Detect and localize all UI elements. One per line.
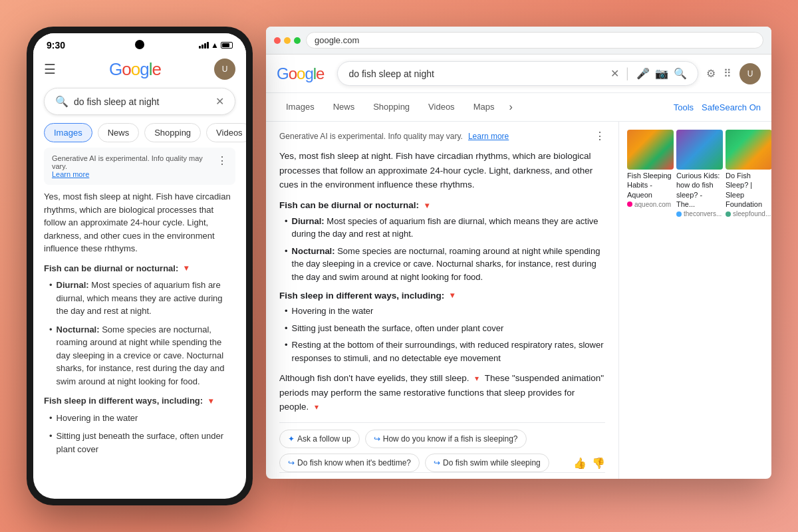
lte-icon: ▲ <box>211 41 219 50</box>
arrow-icon-2: ↪ <box>288 458 295 467</box>
tab-shopping-desktop[interactable]: Shopping <box>364 98 419 117</box>
chevron-section3-desktop[interactable]: ▾ <box>471 374 482 384</box>
search-bar-phone[interactable]: 🔍 do fish sleep at night ✕ <box>44 88 235 115</box>
sidebar-img-fish-sleeping <box>627 130 674 170</box>
results-area: Generative AI is experimental. Info qual… <box>266 122 618 479</box>
tab-videos-desktop[interactable]: Videos <box>419 98 464 117</box>
source-dot-3 <box>726 211 731 217</box>
sidebar-img-item-2[interactable]: Curious Kids: how do fish sleep? - The..… <box>676 130 723 217</box>
bullet-list-s1-desktop: • Diurnal: Most species of aquarium fish… <box>285 215 605 284</box>
ai-notice-text-phone: Generative AI is experimental. Info qual… <box>52 154 203 170</box>
user-avatar-phone[interactable]: U <box>214 59 235 80</box>
search-icon-phone: 🔍 <box>55 95 68 108</box>
lens-icon[interactable]: 📷 <box>655 67 668 80</box>
more-options-phone[interactable]: ⋮ <box>217 154 227 167</box>
safesearch-label[interactable]: SafeSearch On <box>702 102 761 112</box>
tab-images-phone[interactable]: Images <box>44 123 92 142</box>
phone-screen: 9:30 ▲ ☰ Googl <box>33 33 246 499</box>
arrow-icon-3: ↪ <box>434 458 440 467</box>
ai-answer-phone: Yes, most fish sleep at night. Fish have… <box>33 190 246 461</box>
chip-swim-sleeping[interactable]: ↪ Do fish swim while sleeping <box>425 454 549 472</box>
tools-button[interactable]: Tools <box>674 102 694 112</box>
bullet-sitting-phone: • Sitting just beneath the surface, ofte… <box>49 430 235 456</box>
search-result-1: S Sleepopolis https://sleepopolis.com › … <box>279 472 605 479</box>
sidebar-img-label-3: Do Fish Sleep? | Sleep Foundation <box>726 171 771 209</box>
main-container: 9:30 ▲ ☰ Googl <box>13 13 785 519</box>
more-options-desktop[interactable]: ⋮ <box>595 130 605 142</box>
main-content: Generative AI is experimental. Info qual… <box>266 122 771 479</box>
google-header-desktop: Google do fish sleep at night ✕ │ 🎤 📷 🔍 … <box>266 55 771 93</box>
address-bar[interactable]: google.com <box>306 32 763 49</box>
clear-search-phone[interactable]: ✕ <box>215 95 224 108</box>
hamburger-icon[interactable]: ☰ <box>44 61 56 77</box>
tab-news-desktop[interactable]: News <box>324 98 364 117</box>
ai-notice-desktop: Generative AI is experimental. Info qual… <box>279 130 605 142</box>
settings-icon[interactable]: ⚙ <box>706 67 716 80</box>
phone-camera <box>135 40 144 49</box>
bullet-resting-desktop: • Resting at the bottom of their surroun… <box>285 338 605 364</box>
voice-search-icon[interactable]: 🎤 <box>636 67 650 80</box>
signal-bar-icon <box>199 42 209 49</box>
bullet-list-s2-desktop: • Hovering in the water • Sitting just b… <box>285 305 605 364</box>
sidebar-img-label-1: Fish Sleeping Habits - Aqueon <box>627 171 674 200</box>
chevron-down-section2-phone[interactable]: ▾ <box>205 396 216 406</box>
more-tabs-icon[interactable]: › <box>503 97 517 117</box>
section2-heading-phone: Fish sleep in different ways, including:… <box>44 394 235 408</box>
sidebar-img-source-1: aqueon.com <box>627 201 674 208</box>
chip-ask-followup[interactable]: ✦ Ask a follow up <box>279 430 360 448</box>
thumbs-area: 👍 👎 <box>573 454 605 472</box>
section1-heading-phone: Fish can be diurnal or nocturnal: ▾ <box>44 262 235 275</box>
bullet-list-section2-phone: • Hovering in the water • Sitting just b… <box>44 412 235 456</box>
search-bar-desktop[interactable]: do fish sleep at night ✕ │ 🎤 📷 🔍 <box>337 61 698 86</box>
phone-header: ☰ Google U <box>33 53 246 85</box>
bullet-hovering-phone: • Hovering in the water <box>49 412 235 425</box>
apps-icon[interactable]: ⠿ <box>724 67 732 80</box>
bullet-diurnal-phone: • Diurnal: Most species of aquarium fish… <box>49 279 235 318</box>
arrow-icon-1: ↪ <box>374 434 380 444</box>
thumbs-down-button[interactable]: 👎 <box>592 457 605 469</box>
bullet-nocturnal-phone: • Nocturnal: Some species are nocturnal,… <box>49 323 235 388</box>
sidebar-img-item-1[interactable]: Fish Sleeping Habits - Aqueon aqueon.com <box>627 130 674 217</box>
divider-icon: │ <box>624 68 631 80</box>
tab-maps-desktop[interactable]: Maps <box>464 98 504 117</box>
sidebar-img-item-3[interactable]: Do Fish Sleep? | Sleep Foundation sleepf… <box>726 130 771 217</box>
minimize-button[interactable] <box>284 37 291 44</box>
chevron-section1-desktop[interactable]: ▾ <box>422 200 432 211</box>
chevron-section2-desktop[interactable]: ▾ <box>447 290 458 301</box>
window-controls <box>274 37 301 44</box>
clear-icon-desktop[interactable]: ✕ <box>610 67 619 80</box>
sidebar: Fish Sleeping Habits - Aqueon aqueon.com… <box>618 122 771 479</box>
ai-answer-section3-desktop: Although fish don't have eyelids, they s… <box>279 371 605 414</box>
learn-more-link-phone[interactable]: Learn more <box>52 170 89 178</box>
thumbs-up-button[interactable]: 👍 <box>573 457 587 469</box>
tab-news-phone[interactable]: News <box>98 123 140 142</box>
ai-answer-intro-desktop: Yes, most fish sleep at night. Fish have… <box>279 149 605 192</box>
chip-bedtime[interactable]: ↪ Do fish know when it's bedtime? <box>279 454 420 472</box>
user-avatar-desktop[interactable]: U <box>739 63 761 84</box>
tab-images-desktop[interactable]: Images <box>277 98 324 117</box>
bullet-sitting-desktop: • Sitting just beneath the surface, ofte… <box>285 322 605 335</box>
chip-how-know[interactable]: ↪ How do you know if a fish is sleeping? <box>365 430 527 448</box>
ai-answer-intro-phone: Yes, most fish sleep at night. Fish have… <box>44 190 235 255</box>
bullet-hovering-desktop: • Hovering in the water <box>285 305 605 318</box>
search-submit-icon[interactable]: 🔍 <box>674 67 687 80</box>
chevron-section3b-desktop[interactable]: ▾ <box>311 402 322 413</box>
chevron-down-section1-phone[interactable]: ▾ <box>181 263 192 273</box>
desktop-browser: google.com Google do fish sleep at night… <box>266 27 771 479</box>
source-dot-2 <box>676 211 682 217</box>
tab-videos-phone[interactable]: Videos <box>206 123 246 142</box>
sidebar-images: Fish Sleeping Habits - Aqueon aqueon.com… <box>627 130 763 217</box>
maximize-button[interactable] <box>294 37 301 44</box>
phone-time: 9:30 <box>47 40 65 51</box>
sidebar-img-curious-kids <box>676 130 723 170</box>
learn-more-link-desktop[interactable]: Learn more <box>468 132 509 141</box>
tab-shopping-phone[interactable]: Shopping <box>144 123 201 142</box>
source-dot-1 <box>627 201 632 207</box>
close-button[interactable] <box>274 37 281 44</box>
signal-icons: ▲ <box>199 41 233 50</box>
google-logo-phone: Google <box>109 59 161 80</box>
header-actions: ⚙ ⠿ U <box>706 63 761 84</box>
sidebar-img-source-3: sleepfound... <box>726 210 771 217</box>
sidebar-img-label-2: Curious Kids: how do fish sleep? - The..… <box>676 171 723 209</box>
search-icons-desktop: ✕ │ 🎤 📷 🔍 <box>610 67 687 80</box>
